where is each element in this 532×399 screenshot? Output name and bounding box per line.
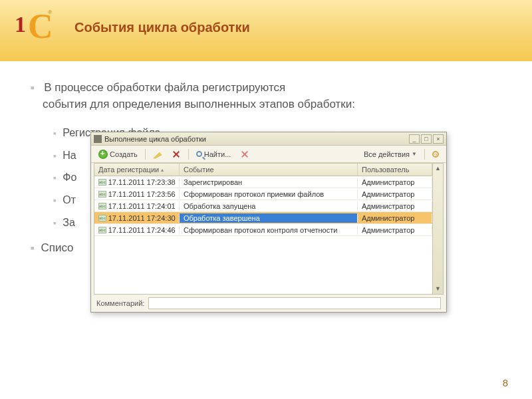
events-table-area: Дата регистрации ▴ Событие Пользователь …: [94, 163, 444, 295]
page-number: 8: [503, 377, 508, 388]
table-row[interactable]: abc17.11.2011 17:24:46 Сформирован прото…: [94, 224, 432, 236]
column-header-date[interactable]: Дата регистрации ▴: [94, 164, 180, 176]
maximize-button[interactable]: □: [421, 134, 432, 144]
toolbar-separator: [424, 149, 425, 160]
slide-title: События цикла обработки: [74, 20, 250, 35]
find-button[interactable]: Найти...: [193, 149, 235, 160]
help-icon: ?: [432, 151, 439, 158]
delete-button[interactable]: [168, 148, 184, 160]
dialog-title: Выполнение цикла обработки: [104, 135, 408, 143]
table-body: abc17.11.2011 17:23:38 Зарегистрирован А…: [94, 176, 432, 236]
logo-1-digit: 1: [15, 12, 26, 37]
events-dialog: Выполнение цикла обработки _ □ × Создать…: [90, 132, 447, 313]
row-icon: abc: [98, 215, 106, 221]
comment-label: Комментарий:: [96, 299, 144, 307]
delete-icon: [172, 150, 181, 159]
chevron-down-icon: ▼: [412, 151, 417, 157]
sort-asc-icon: ▴: [161, 167, 164, 173]
dialog-toolbar: Создать Найти... Все действия ▼ ?: [91, 146, 446, 163]
table-row[interactable]: abc17.11.2011 17:23:38 Зарегистрирован А…: [94, 176, 432, 188]
comment-input[interactable]: [148, 297, 441, 309]
search-icon: [196, 151, 202, 157]
scroll-down-icon[interactable]: ▼: [433, 284, 443, 294]
clear-find-button[interactable]: [237, 148, 253, 160]
toolbar-separator: [145, 149, 146, 160]
scroll-up-icon[interactable]: ▲: [433, 164, 443, 174]
dialog-titlebar[interactable]: Выполнение цикла обработки _ □ ×: [91, 132, 446, 146]
all-actions-button[interactable]: Все действия ▼: [360, 149, 420, 160]
column-header-event[interactable]: Событие: [180, 164, 358, 176]
column-header-user[interactable]: Пользователь: [358, 164, 432, 176]
row-icon: abc: [98, 191, 106, 198]
dialog-bottom-bar: Комментарий:: [91, 295, 446, 312]
logo-1c: C 1 ®: [15, 9, 49, 44]
logo-registered-icon: ®: [48, 9, 52, 15]
table-row[interactable]: abc17.11.2011 17:23:56 Сформирован прото…: [94, 188, 432, 200]
window-icon: [94, 135, 102, 143]
table-row[interactable]: abc17.11.2011 17:24:01 Обработка запущен…: [94, 200, 432, 212]
table-header: Дата регистрации ▴ Событие Пользователь: [94, 164, 432, 176]
edit-button[interactable]: [150, 148, 166, 160]
table-row-selected[interactable]: abc17.11.2011 17:24:30 Обработка заверше…: [94, 212, 432, 224]
plus-icon: [98, 150, 108, 159]
slide-header: C 1 ® События цикла обработки: [0, 0, 532, 61]
clear-icon: [240, 150, 249, 159]
row-icon: abc: [98, 227, 106, 233]
close-button[interactable]: ×: [433, 134, 444, 144]
help-button[interactable]: ?: [429, 150, 442, 159]
intro-text: В процессе обработки файла регистрируютс…: [31, 80, 501, 112]
events-table: Дата регистрации ▴ Событие Пользователь …: [94, 164, 432, 294]
edit-icon: [153, 150, 162, 159]
toolbar-separator: [188, 149, 189, 160]
minimize-button[interactable]: _: [409, 134, 420, 144]
vertical-scrollbar[interactable]: ▲ ▼: [432, 164, 443, 294]
row-icon: abc: [98, 179, 106, 186]
create-button[interactable]: Создать: [95, 148, 141, 160]
row-icon: abc: [98, 203, 106, 209]
